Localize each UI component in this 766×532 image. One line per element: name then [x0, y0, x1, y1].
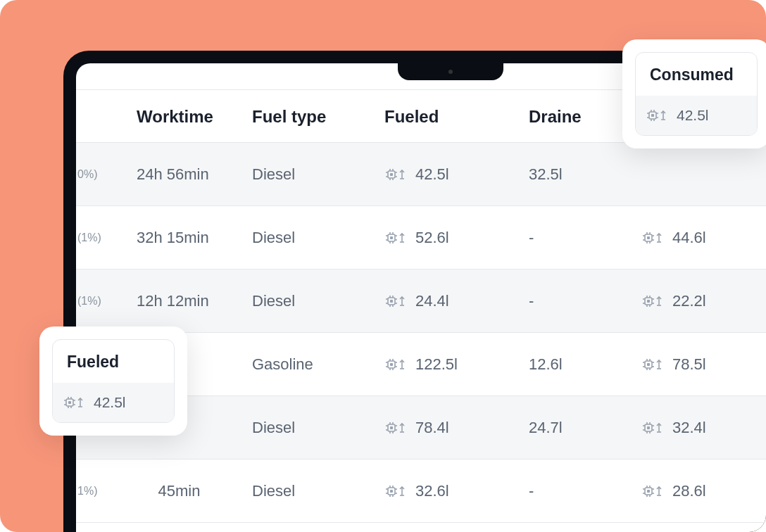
tablet-notch	[398, 63, 503, 80]
cell-pct: (1%)	[76, 232, 111, 244]
sensor-icon	[384, 419, 408, 436]
cell-fueltype: Diesel	[245, 419, 379, 437]
cell-fueled: 42.5l	[379, 165, 523, 184]
cell-worktime: 24h 56min	[111, 165, 245, 184]
cell-fueled: 52.6l	[379, 229, 523, 247]
cell-pct: 1%)	[76, 485, 111, 498]
svg-rect-78	[390, 426, 393, 429]
callout-label: Consumed	[636, 53, 757, 96]
svg-rect-34	[390, 300, 393, 303]
cell-fueled: 32.6l	[379, 482, 523, 500]
cell-fueled-value: 42.5l	[415, 165, 449, 184]
sensor-icon	[641, 419, 665, 436]
cell-fueltype: Gasoline	[245, 355, 379, 374]
fuel-table: Worktime Fuel type Fueled Draine 0%)24h …	[76, 90, 766, 523]
cell-fueltype: Diesel	[245, 165, 379, 184]
cell-fueled-value: 122.5l	[415, 355, 458, 374]
cell-consumed-value: 22.2l	[672, 292, 706, 310]
sensor-icon	[384, 356, 408, 373]
callout-value: 42.5l	[53, 383, 174, 422]
cell-fueled: 24.4l	[379, 292, 523, 310]
sensor-icon	[641, 229, 665, 246]
cell-drained: 32.5l	[523, 165, 636, 184]
canvas: Worktime Fuel type Fueled Draine 0%)24h …	[0, 0, 766, 532]
callout-card-consumed: Consumed 42.5l	[622, 39, 766, 148]
cell-drained: -	[523, 292, 636, 310]
cell-consumed-value: 44.6l	[672, 229, 706, 247]
svg-rect-133	[68, 401, 71, 404]
cell-drained: -	[523, 229, 636, 247]
cell-consumed: 32.4l	[636, 419, 762, 437]
callout-value-text: 42.5l	[677, 107, 709, 124]
column-header-fueltype[interactable]: Fuel type	[245, 107, 379, 127]
cell-consumed: 22.2l	[636, 292, 762, 310]
cell-drained: -	[523, 482, 636, 500]
svg-rect-1	[390, 173, 393, 176]
svg-rect-100	[390, 490, 393, 493]
callout-inner: Fueled 42.5l	[52, 339, 175, 423]
cell-consumed: 28.6l	[636, 482, 762, 500]
table-row[interactable]: (1%)12h 12minDiesel24.4l-22.2l	[76, 270, 766, 333]
cell-worktime: 32h 15min	[111, 229, 245, 247]
sensor-icon	[63, 394, 87, 411]
cell-fueled: 122.5l	[379, 355, 523, 374]
table-row[interactable]: 1%) 45minDiesel32.6l-28.6l	[76, 460, 766, 523]
sensor-icon	[641, 293, 665, 310]
cell-fueled-value: 24.4l	[415, 292, 449, 310]
cell-fueltype: Diesel	[245, 292, 379, 310]
svg-rect-67	[647, 363, 650, 366]
cell-fueled-value: 78.4l	[415, 419, 449, 437]
svg-rect-56	[390, 363, 393, 366]
cell-worktime: 45min	[111, 482, 245, 500]
cell-consumed: 44.6l	[636, 229, 762, 247]
cell-consumed: 78.5l	[636, 355, 762, 374]
cell-consumed-value: 28.6l	[672, 482, 706, 500]
cell-pct: 0%)	[76, 168, 111, 181]
callout-card-fueled: Fueled 42.5l	[39, 327, 187, 436]
column-header-fueled[interactable]: Fueled	[379, 107, 523, 127]
callout-value-text: 42.5l	[94, 394, 126, 411]
column-header-drained[interactable]: Draine	[523, 107, 636, 127]
callout-label: Fueled	[53, 340, 174, 383]
callout-inner: Consumed 42.5l	[635, 52, 758, 136]
svg-rect-23	[647, 236, 650, 239]
svg-rect-111	[647, 490, 650, 493]
cell-fueled-value: 32.6l	[415, 482, 449, 500]
table-row[interactable]: (1%)32h 15minDiesel52.6l-44.6l	[76, 206, 766, 270]
cell-pct: (1%)	[76, 295, 111, 308]
sensor-icon	[646, 107, 670, 124]
table-row[interactable]: 0%)24h 56minDiesel42.5l32.5l	[76, 143, 766, 206]
sensor-icon	[384, 166, 408, 183]
cell-consumed-value: 32.4l	[672, 419, 706, 437]
svg-rect-45	[647, 300, 650, 303]
cell-fueled: 78.4l	[379, 419, 523, 437]
cell-fueltype: Diesel	[245, 229, 379, 247]
svg-rect-122	[651, 114, 654, 117]
sensor-icon	[384, 229, 408, 246]
svg-rect-12	[390, 236, 393, 239]
sensor-icon	[641, 483, 665, 500]
cell-consumed-value: 78.5l	[672, 355, 706, 374]
column-header-pct[interactable]	[76, 107, 111, 127]
cell-fueled-value: 52.6l	[415, 229, 449, 247]
callout-value: 42.5l	[636, 96, 757, 135]
cell-drained: 12.6l	[523, 355, 636, 374]
sensor-icon	[641, 356, 665, 373]
cell-worktime: 12h 12min	[111, 292, 245, 310]
cell-drained: 24.7l	[523, 419, 636, 437]
cell-fueltype: Diesel	[245, 482, 379, 500]
sensor-icon	[384, 293, 408, 310]
svg-rect-89	[647, 426, 650, 429]
column-header-worktime[interactable]: Worktime	[111, 107, 245, 127]
sensor-icon	[384, 483, 408, 500]
